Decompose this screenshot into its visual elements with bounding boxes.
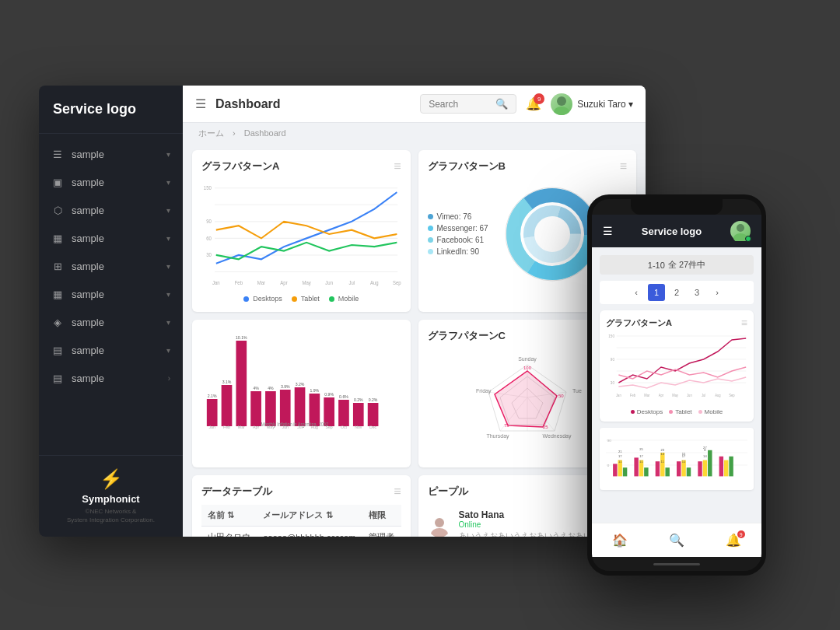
svg-text:3.2%: 3.2% [296, 382, 305, 387]
topbar-search[interactable]: 🔍 [420, 94, 516, 114]
mobile-chart-legend: Desktops Tablet Mobile [606, 408, 747, 415]
sidebar-item-5[interactable]: ▦ sample ▾ [39, 280, 183, 308]
mobile-chart-a-card: グラフパターンA ≡ 150 90 30 [600, 310, 754, 422]
topbar-menu-icon[interactable]: ☰ [195, 96, 206, 111]
svg-text:Apr: Apr [280, 279, 288, 286]
svg-text:150: 150 [608, 334, 614, 338]
sidebar-label-2: sample [72, 205, 104, 216]
search-icon-mobile: 🔍 [669, 533, 684, 548]
svg-text:11: 11 [661, 460, 665, 464]
brand-name: Symphonict [82, 493, 139, 505]
chevron-icon-1: ▾ [166, 178, 170, 187]
pagination-total: 全 27件中 [668, 259, 705, 271]
sidebar-item-0[interactable]: ☰ sample ▾ [39, 140, 183, 168]
svg-rect-128 [677, 461, 681, 476]
mobile-chart-a-menu[interactable]: ≡ [741, 317, 747, 329]
mobile-nav-home[interactable]: 🏠 [612, 533, 628, 548]
chart-a-card: グラフパターンA ≡ 150 90 60 30 [192, 150, 411, 312]
topbar-user[interactable]: Suzuki Taro ▾ [551, 93, 633, 115]
data-table-menu[interactable]: ≡ [394, 485, 401, 499]
sidebar-item-2[interactable]: ⬡ sample ▾ [39, 196, 183, 224]
data-table: 名前 ⇅ メールアドレス ⇅ 権限 山田タロウ aaaaa@bbbbbb.ccc… [201, 505, 401, 537]
svg-text:Jan: Jan [212, 279, 220, 285]
grid-icon: ⊞ [51, 260, 64, 272]
svg-text:11: 11 [639, 460, 643, 464]
svg-text:90: 90 [206, 218, 212, 224]
svg-text:Sep: Sep [729, 394, 735, 397]
svg-point-1 [554, 107, 569, 115]
svg-rect-122 [656, 461, 660, 476]
col-name[interactable]: 名前 ⇅ [201, 505, 257, 527]
search-icon: 🔍 [495, 98, 508, 110]
svg-rect-35 [250, 391, 261, 426]
svg-text:0.2%: 0.2% [354, 397, 363, 402]
topbar-bell[interactable]: 🔔 9 [526, 96, 541, 111]
topbar-title: Dashboard [215, 97, 411, 111]
svg-text:Mar: Mar [257, 279, 266, 285]
svg-text:Jan: Jan [209, 425, 215, 429]
bell-badge: 9 [534, 93, 544, 104]
col-role: 権限 [362, 505, 401, 527]
svg-text:3.1%: 3.1% [222, 380, 232, 384]
svg-text:Jun: Jun [687, 394, 692, 397]
sidebar-item-1[interactable]: ▣ sample ▾ [39, 168, 183, 196]
topbar: ☰ Dashboard 🔍 🔔 9 Suzuki Taro ▾ [183, 86, 646, 123]
svg-text:11: 11 [682, 460, 686, 464]
svg-text:Aug: Aug [715, 394, 721, 397]
svg-rect-134 [698, 461, 702, 476]
col-email[interactable]: メールアドレス ⇅ [257, 505, 362, 527]
page-2[interactable]: 2 [668, 284, 685, 301]
sidebar-item-6[interactable]: ◈ sample ▾ [39, 308, 183, 336]
svg-text:0.6%: 0.6% [339, 394, 348, 399]
mobile-chart-a-header: グラフパターンA ≡ [606, 317, 747, 329]
chevron-icon-7: ▾ [166, 346, 170, 355]
mobile-bar-chart-card: 90 0 21 17 11 25 17 11 13 [600, 428, 754, 490]
person-avatar [428, 514, 451, 537]
sidebar-item-8[interactable]: ▤ sample › [39, 364, 183, 392]
dashboard-grid: グラフパターンA ≡ 150 90 60 30 [183, 144, 646, 537]
page-1[interactable]: 1 [648, 284, 665, 301]
breadcrumb-separator: › [233, 128, 238, 138]
mobile-menu-icon[interactable]: ☰ [603, 225, 613, 237]
svg-text:4%: 4% [253, 386, 258, 390]
svg-text:4%: 4% [268, 386, 273, 390]
mobile-avatar [730, 221, 751, 241]
svg-text:100: 100 [523, 366, 532, 370]
svg-text:Jun: Jun [325, 279, 333, 285]
sidebar-item-7[interactable]: ▤ sample ▾ [39, 336, 183, 364]
svg-text:Apr: Apr [659, 394, 664, 397]
svg-text:Mar: Mar [644, 394, 650, 397]
svg-rect-37 [265, 391, 276, 426]
svg-text:60: 60 [206, 235, 212, 241]
chart-b-menu[interactable]: ≡ [620, 159, 627, 173]
arrow-icon-8: › [168, 374, 170, 383]
page-3[interactable]: 3 [688, 284, 705, 301]
mobile-content: 1-10 全 27件中 ‹ 1 2 3 › グラフパターンA ≡ [592, 247, 761, 523]
mobile-bar-svg: 90 0 21 17 11 25 17 11 13 [606, 434, 747, 484]
sidebar: Service logo ☰ sample ▾ ▣ sample ▾ ⬡ sa [39, 86, 183, 537]
svg-rect-142 [729, 457, 733, 477]
svg-point-84 [435, 518, 444, 527]
svg-rect-29 [207, 399, 218, 426]
mobile-nav-bell[interactable]: 🔔 9 [726, 533, 741, 548]
svg-text:Oct: Oct [341, 425, 347, 429]
mobile-nav-search[interactable]: 🔍 [669, 533, 684, 548]
sidebar-label-1: sample [72, 177, 104, 188]
svg-rect-110 [613, 464, 617, 476]
svg-text:Aug: Aug [370, 279, 379, 286]
search-input[interactable] [429, 99, 491, 110]
sidebar-item-4[interactable]: ⊞ sample ▾ [39, 252, 183, 280]
svg-text:1.9%: 1.9% [310, 388, 320, 393]
svg-point-85 [431, 528, 448, 537]
mobile-chart-svg: 150 90 30 Jan Feb Mar Apr May Jun Jul Au… [606, 332, 747, 402]
sidebar-item-3[interactable]: ▦ sample ▾ [39, 224, 183, 252]
pagination-range: 1-10 [648, 261, 665, 270]
page-next[interactable]: › [709, 284, 726, 301]
sidebar-label-6: sample [72, 317, 104, 328]
svg-text:Nov: Nov [355, 425, 362, 429]
chart-a-menu[interactable]: ≡ [394, 159, 401, 173]
page-prev[interactable]: ‹ [628, 284, 645, 301]
svg-rect-51 [368, 403, 379, 426]
bar-chart-card: 2.1% 3.1% 10.1% 4% 4% 3.9% 3.2% [192, 320, 411, 467]
breadcrumb-home[interactable]: ホーム [198, 128, 224, 138]
